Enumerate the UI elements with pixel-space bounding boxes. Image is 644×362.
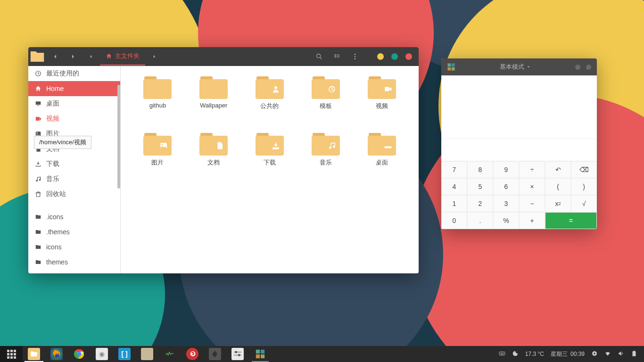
minimize-button[interactable] <box>377 53 384 60</box>
sidebar-item-.icons[interactable]: .icons <box>28 209 120 224</box>
svg-point-16 <box>274 86 277 89</box>
folder-github[interactable]: github <box>132 75 183 127</box>
svg-rect-48 <box>633 351 636 356</box>
calc-button-+[interactable]: + <box>519 212 545 229</box>
svg-rect-39 <box>256 354 260 358</box>
calculator-input[interactable] <box>441 139 597 161</box>
calc-button-0[interactable]: 0 <box>441 212 467 229</box>
calc-button-2[interactable]: 2 <box>467 195 493 212</box>
folder-Wallpaper[interactable]: Wallpaper <box>188 75 239 127</box>
keyboard-icon[interactable] <box>499 350 505 358</box>
folder-视频[interactable]: 视频 <box>356 75 407 127</box>
sidebar-item-themes[interactable]: themes <box>28 255 120 270</box>
calc-button-4[interactable]: 4 <box>441 178 467 195</box>
path-next-button[interactable] <box>145 47 163 66</box>
app-launcher-button[interactable] <box>0 346 23 362</box>
calc-button-5[interactable]: 5 <box>467 178 493 195</box>
folder-图片[interactable]: 图片 <box>132 132 183 184</box>
folder-label: 视频 <box>376 102 388 110</box>
sidebar-item-.themes[interactable]: .themes <box>28 224 120 239</box>
path-prev-button[interactable] <box>82 47 100 66</box>
sidebar-item-回收站[interactable]: 回收站 <box>28 187 120 202</box>
sidebar-item-最近使用的[interactable]: 最近使用的 <box>28 66 120 81</box>
calc-button-3[interactable]: 3 <box>493 195 519 212</box>
folder-桌面[interactable]: 桌面 <box>356 132 407 184</box>
clock[interactable]: 星期三 00:39 <box>551 350 585 358</box>
calc-button-([interactable]: ( <box>545 178 571 195</box>
calc-button-8[interactable]: 8 <box>467 161 493 178</box>
calc-button-=[interactable]: = <box>545 212 597 229</box>
calc-button-x²[interactable]: x2 <box>545 195 571 212</box>
settings-icon[interactable] <box>591 350 598 358</box>
svg-rect-18 <box>385 87 389 91</box>
calc-button-9[interactable]: 9 <box>493 161 519 178</box>
sidebar-scrollbar[interactable] <box>117 85 120 273</box>
taskbar-app-screenshot[interactable]: ◉ <box>91 346 113 362</box>
taskbar-app-files[interactable] <box>23 346 45 362</box>
taskbar-app-terminal[interactable] <box>136 346 158 362</box>
svg-point-47 <box>594 353 595 354</box>
search-button[interactable] <box>310 47 328 66</box>
battery-icon[interactable] <box>631 350 637 358</box>
file-manager-titlebar[interactable]: 主文件夹 <box>28 47 419 66</box>
sidebar-item-下载[interactable]: 下载 <box>28 156 120 172</box>
svg-rect-37 <box>256 350 260 354</box>
calc-button-%[interactable]: % <box>493 212 519 229</box>
close-button[interactable] <box>586 65 591 70</box>
folder-音乐[interactable]: 音乐 <box>300 132 351 184</box>
calc-button-)[interactable]: ) <box>571 178 597 195</box>
sidebar-item-icons[interactable]: icons <box>28 239 120 255</box>
breadcrumb: 主文件夹 <box>100 47 145 66</box>
folder-下载[interactable]: 下载 <box>244 132 296 184</box>
back-button[interactable] <box>46 47 64 66</box>
calc-button-⌫[interactable]: ⌫ <box>571 161 597 178</box>
sidebar-item-视频[interactable]: 视频 <box>28 111 120 126</box>
calc-button-↶[interactable]: ↶ <box>545 161 571 178</box>
calc-button-6[interactable]: 6 <box>493 178 519 195</box>
taskbar-app-firefox[interactable] <box>45 346 68 362</box>
taskbar-app-tweaks[interactable] <box>226 346 249 362</box>
wifi-icon[interactable] <box>604 350 611 358</box>
calculator-mode-selector[interactable]: 基本模式 <box>458 63 572 71</box>
taskbar-app-brackets[interactable]: [ ] <box>113 346 136 362</box>
calc-button-.[interactable]: . <box>467 212 493 229</box>
taskbar-app-chrome[interactable] <box>68 346 91 362</box>
minimize-button[interactable] <box>575 65 580 70</box>
sidebar-item-桌面[interactable]: 桌面 <box>28 96 120 111</box>
folder-模板[interactable]: 模板 <box>300 75 351 127</box>
taskbar-app-netease[interactable] <box>181 346 204 362</box>
folder-文档[interactable]: 文档 <box>188 132 239 184</box>
sidebar-item-label: 桌面 <box>46 99 59 108</box>
calc-button-7[interactable]: 7 <box>441 161 467 178</box>
taskbar-app-monitor[interactable] <box>158 346 181 362</box>
calc-button-÷[interactable]: ÷ <box>519 161 545 178</box>
close-button[interactable] <box>405 53 412 60</box>
svg-rect-11 <box>36 117 40 121</box>
forward-button[interactable] <box>64 47 82 66</box>
folder-icon <box>368 75 396 99</box>
breadcrumb-home[interactable]: 主文件夹 <box>100 48 145 66</box>
night-icon[interactable] <box>512 350 519 358</box>
svg-rect-40 <box>261 354 264 358</box>
svg-point-21 <box>329 147 331 149</box>
sidebar-item-音乐[interactable]: 音乐 <box>28 172 120 187</box>
calculator-titlebar[interactable]: 基本模式 <box>441 58 597 75</box>
calculator-display <box>441 75 597 139</box>
folder-公共的[interactable]: 公共的 <box>244 75 296 127</box>
sidebar-item-label: themes <box>46 258 68 266</box>
calc-button-√[interactable]: √ <box>571 195 597 212</box>
calc-button-−[interactable]: − <box>519 195 545 212</box>
breadcrumb-label: 主文件夹 <box>115 52 140 60</box>
maximize-button[interactable] <box>391 53 398 60</box>
sidebar-item-home[interactable]: Home <box>28 81 120 96</box>
volume-icon[interactable] <box>618 350 624 358</box>
taskbar-app-calculator[interactable] <box>249 346 272 362</box>
svg-rect-10 <box>37 106 39 106</box>
calc-button-1[interactable]: 1 <box>441 195 467 212</box>
view-toggle-button[interactable] <box>328 47 346 66</box>
temperature-label[interactable]: 17.3 °C <box>525 351 544 357</box>
taskbar-app-inkscape[interactable] <box>204 346 226 362</box>
calc-button-×[interactable]: × <box>519 178 545 195</box>
file-manager-window: 主文件夹 最近使用的Home桌面视频图片文档下载音乐回收站.icons.them… <box>28 47 419 273</box>
menu-button[interactable] <box>346 47 364 66</box>
